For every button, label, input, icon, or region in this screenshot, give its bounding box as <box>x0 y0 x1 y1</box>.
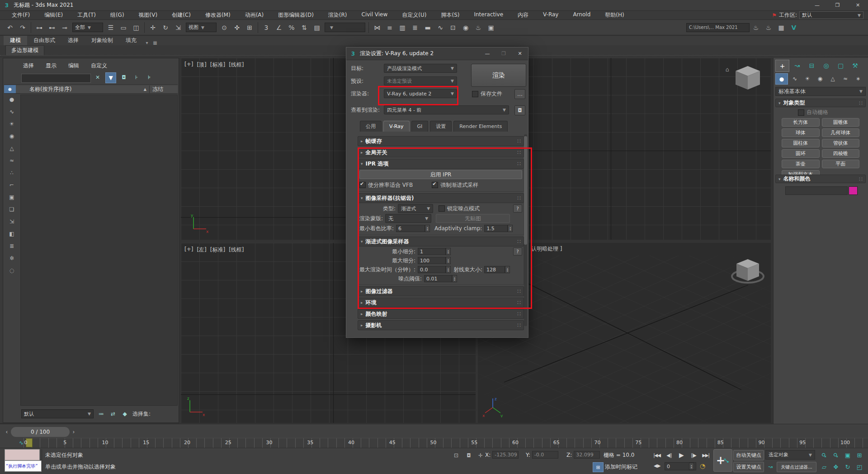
minimize-button[interactable]: — <box>807 0 827 10</box>
pan-icon[interactable]: ✥ <box>831 462 841 472</box>
z-coordinate-field[interactable]: 32.099 <box>574 451 600 459</box>
tab-vray[interactable]: V-Ray <box>383 121 410 132</box>
set-key-button[interactable]: 设置关键点 <box>733 462 764 472</box>
percent-snap-icon[interactable]: % <box>286 22 297 33</box>
select-manipulate-icon[interactable]: ✜ <box>231 22 243 33</box>
go-to-start-button[interactable]: |◀◀ <box>653 450 661 460</box>
rollout-header[interactable]: 摄影机 <box>358 320 524 330</box>
explorer-menu-item[interactable]: 自定义 <box>91 62 107 70</box>
ribbon-tab[interactable]: 选择 <box>61 36 85 45</box>
menu-item[interactable]: 视图(V) <box>132 11 165 19</box>
rect-region-icon[interactable]: ▭ <box>118 22 129 33</box>
tab-hierarchy-icon[interactable]: ⊟ <box>805 60 818 71</box>
toggle-ribbon-icon[interactable]: ▬ <box>422 22 434 33</box>
rollout-header[interactable]: 环境 <box>358 298 524 308</box>
menu-item[interactable]: 组(G) <box>103 11 132 19</box>
adaptivity-clamp-spinner[interactable] <box>508 225 513 232</box>
tab-display-icon[interactable]: ▢ <box>834 60 847 71</box>
sort-arrow-icon[interactable]: ▲ <box>144 87 146 91</box>
select-scale-icon[interactable]: ⇲ <box>172 22 184 33</box>
object-name-field[interactable] <box>785 186 848 195</box>
rollout-header[interactable]: 图像过滤器 <box>358 286 524 296</box>
viewport-label-part[interactable]: [标准] <box>210 61 225 69</box>
menu-item[interactable]: 工具(T) <box>70 11 103 19</box>
toggle-layer-explorer-icon[interactable]: ≣ <box>409 22 421 33</box>
named-selection-dropdown[interactable]: ▼ <box>325 23 365 32</box>
maximize-button[interactable]: ❐ <box>827 0 848 10</box>
zoom-extents-all-icon[interactable]: ⊞ <box>854 450 864 460</box>
render-iterative-icon[interactable]: ♨ <box>763 22 774 33</box>
preset-dropdown[interactable]: 未选定预设▼ <box>384 76 457 85</box>
primitive-button[interactable]: 管状体 <box>822 139 860 147</box>
edit-named-selections-icon[interactable]: ▤ <box>311 22 323 33</box>
cat-helpers-icon[interactable]: △ <box>827 73 839 84</box>
menu-item[interactable]: Arnold <box>566 11 598 19</box>
ray-bundle-size-field[interactable]: 128 <box>484 266 505 273</box>
next-frame-arrow[interactable]: › <box>71 427 77 437</box>
window-crossing-icon[interactable]: ◫ <box>130 22 142 33</box>
cat-geometry-icon[interactable]: ● <box>775 73 788 85</box>
filter-spacewarps-icon[interactable]: ≈ <box>7 156 17 166</box>
select-rotate-icon[interactable]: ↻ <box>160 22 171 33</box>
undo-icon[interactable]: ↶ <box>4 22 16 33</box>
spinner-snap-icon[interactable]: ⇅ <box>298 22 310 33</box>
ribbon-state-icon[interactable]: ▦ <box>151 40 159 45</box>
menu-item[interactable]: Civil View <box>354 11 395 19</box>
fit-resolution-vfb-checkbox[interactable] <box>359 182 366 188</box>
menu-item[interactable]: Interactive <box>467 11 510 19</box>
select-move-icon[interactable]: ✛ <box>147 22 159 33</box>
filter-hidden-icon[interactable]: ◌ <box>7 265 17 275</box>
transform-type-in-icon[interactable]: ✛ <box>476 451 486 460</box>
frozen-column-header[interactable]: 冻结 <box>149 85 178 93</box>
add-time-tag[interactable]: 添加时间标记 <box>605 463 637 471</box>
auto-key-button[interactable]: 自动关键点 <box>733 450 764 460</box>
noise-threshold-spinner[interactable] <box>452 275 457 282</box>
save-file-browse-button[interactable]: … <box>514 89 525 99</box>
rollout-header[interactable]: 全局开关 <box>358 147 524 157</box>
bind-spacewarp-icon[interactable]: ⊸ <box>59 22 71 33</box>
viewport-label-part[interactable]: [线框] <box>229 61 244 69</box>
menu-item[interactable]: 帮助(H) <box>598 11 631 19</box>
time-configuration-icon[interactable]: ◔ <box>700 462 705 469</box>
angle-snap-icon[interactable]: ∠ <box>273 22 285 33</box>
max-subdivs-spinner[interactable] <box>446 257 451 264</box>
project-folder-field[interactable]: C:\Users\… Max 2021 <box>686 23 750 32</box>
tab-create-icon[interactable]: + <box>775 60 789 72</box>
reference-coordinate-dropdown[interactable]: 视图▼ <box>186 23 217 32</box>
progressive-help-button[interactable]: ? <box>513 247 522 256</box>
tab-common[interactable]: 公用 <box>360 121 382 132</box>
min-subdivs-field[interactable]: 1 <box>418 248 446 255</box>
maxscript-mini-listener-pink[interactable] <box>5 449 40 460</box>
menu-item[interactable]: 内容 <box>510 11 536 19</box>
material-editor-icon[interactable]: ◉ <box>460 22 472 33</box>
expand-children-icon[interactable]: ⊦ <box>132 72 142 82</box>
viewcube[interactable] <box>731 253 764 292</box>
filter-shapes-icon[interactable]: ∿ <box>7 107 17 117</box>
tab-settings[interactable]: 设置 <box>430 121 452 132</box>
key-step-icon[interactable]: ◀▶ <box>654 463 660 468</box>
redo-icon[interactable]: ↷ <box>17 22 28 33</box>
zoom-region-icon[interactable]: ▱ <box>819 462 829 472</box>
selected-mode-dropdown[interactable]: 选定对象▼ <box>765 450 815 460</box>
sampler-type-dropdown[interactable]: 渐进式▼ <box>398 204 433 213</box>
menu-item[interactable]: 渲染(R) <box>321 11 354 19</box>
curve-editor-icon[interactable]: ∿ <box>434 22 446 33</box>
save-file-checkbox[interactable] <box>472 91 478 97</box>
cat-lights-icon[interactable]: ☀ <box>802 73 813 84</box>
max-render-time-field[interactable]: 0.0 <box>418 266 446 273</box>
maximize-viewport-icon[interactable]: ◰ <box>854 462 864 472</box>
enable-ipr-button[interactable]: 启用 IPR <box>359 170 522 179</box>
menu-item[interactable]: 动画(A) <box>238 11 271 19</box>
go-to-end-button[interactable]: ▶▶| <box>702 450 710 460</box>
rollout-header-ipr[interactable]: IPR 选项 <box>358 159 524 169</box>
menu-item[interactable]: 脚本(S) <box>434 11 467 19</box>
tab-render-elements[interactable]: Render Elements <box>453 121 508 132</box>
filter-materials-icon[interactable]: ◧ <box>7 229 17 239</box>
target-dropdown[interactable]: 产品级渲染模式▼ <box>384 64 457 73</box>
tab-utilities-icon[interactable]: ⚒ <box>849 60 862 71</box>
name-color-rollout-header[interactable]: 名称和颜色 <box>775 175 866 183</box>
filter-cameras-icon[interactable]: ◉ <box>7 131 17 141</box>
keyboard-override-icon[interactable]: ⊞ <box>244 22 255 33</box>
dialog-minimize-button[interactable]: — <box>479 47 495 60</box>
primitive-button[interactable]: 几何球体 <box>822 128 860 137</box>
